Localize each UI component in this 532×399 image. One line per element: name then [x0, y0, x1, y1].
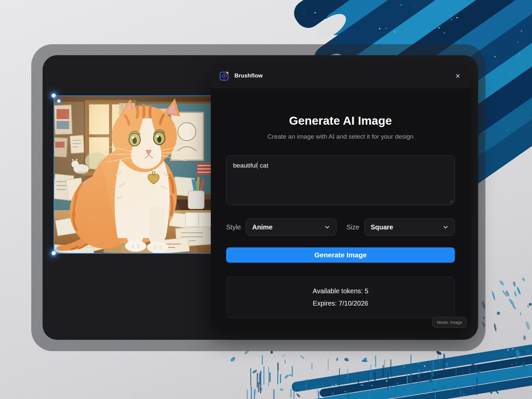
size-label: Size [346, 223, 359, 231]
selected-artwork[interactable] [54, 96, 211, 253]
selection-handle-bottom-left[interactable] [52, 251, 56, 255]
selection-handle-top-left[interactable] [52, 93, 56, 98]
style-select[interactable]: Anime [246, 218, 336, 236]
close-icon[interactable]: × [454, 71, 462, 81]
brushflow-logo-icon [219, 71, 229, 81]
prompt-textarea[interactable]: beautiful cat [226, 155, 455, 205]
dialog-subtitle: Create an image with AI and select it fo… [226, 133, 455, 140]
available-tokens-text: Available tokens: 5 [230, 285, 451, 297]
style-label: Style [226, 223, 241, 231]
app-title: Brushflow [234, 72, 263, 79]
dialog-body: Generate AI Image Create an image with A… [211, 114, 470, 318]
chevron-down-icon [324, 224, 330, 230]
generate-image-button[interactable]: Generate Image [226, 247, 455, 263]
tokens-info-box: Available tokens: 5 Expires: 7/10/2026 [226, 277, 455, 318]
selection-rotate-handle[interactable] [57, 99, 61, 103]
expires-text: Expires: 7/10/2026 [230, 297, 451, 310]
prompt-text-after-caret: cat [258, 162, 268, 169]
selection-border[interactable] [54, 95, 212, 254]
resize-handle-icon[interactable] [449, 199, 453, 203]
mode-badge: Mode: Image [432, 317, 467, 328]
dialog-title: Generate AI Image [226, 114, 455, 127]
screenshot-root: Brushflow × Generate AI Image Create an … [0, 0, 532, 399]
chevron-down-icon [443, 224, 449, 230]
options-row: Style Anime Size Square [226, 218, 455, 236]
size-value: Square [371, 223, 443, 231]
style-value: Anime [252, 223, 324, 231]
brushflow-dialog: Brushflow × Generate AI Image Create an … [211, 64, 470, 330]
dialog-header: Brushflow × [211, 64, 470, 88]
size-select[interactable]: Square [364, 218, 455, 236]
prompt-text-before-caret: beautiful [233, 162, 257, 169]
